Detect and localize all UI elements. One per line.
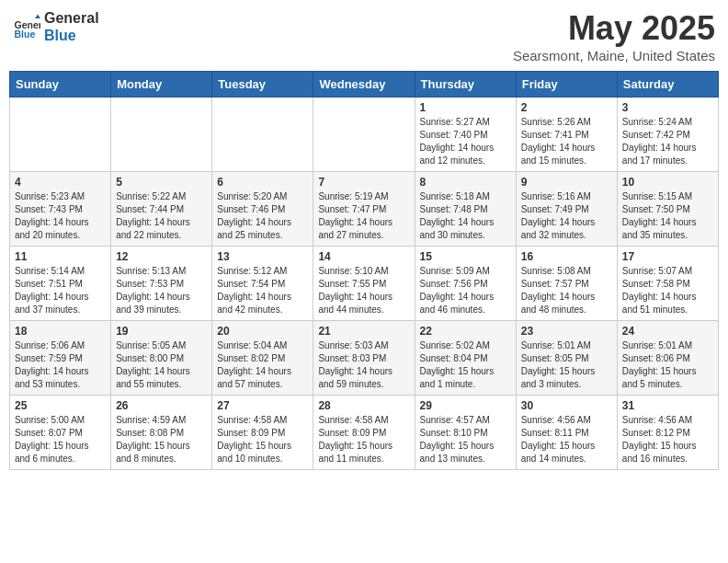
day-info: Sunrise: 5:01 AM Sunset: 8:06 PM Dayligh… xyxy=(622,339,713,391)
weekday-header: Thursday xyxy=(415,72,516,98)
calendar-cell: 10Sunrise: 5:15 AM Sunset: 7:50 PM Dayli… xyxy=(617,172,718,247)
calendar-cell: 9Sunrise: 5:16 AM Sunset: 7:49 PM Daylig… xyxy=(516,172,617,247)
calendar-cell: 26Sunrise: 4:59 AM Sunset: 8:08 PM Dayli… xyxy=(111,396,212,470)
calendar-cell: 23Sunrise: 5:01 AM Sunset: 8:05 PM Dayli… xyxy=(516,321,617,396)
day-number: 7 xyxy=(318,176,409,189)
day-number: 20 xyxy=(217,325,308,338)
day-info: Sunrise: 5:02 AM Sunset: 8:04 PM Dayligh… xyxy=(420,339,511,391)
calendar-cell: 13Sunrise: 5:12 AM Sunset: 7:54 PM Dayli… xyxy=(212,247,313,321)
day-info: Sunrise: 5:19 AM Sunset: 7:47 PM Dayligh… xyxy=(318,190,409,242)
logo-text: General Blue xyxy=(44,9,99,44)
calendar-cell: 16Sunrise: 5:08 AM Sunset: 7:57 PM Dayli… xyxy=(516,247,617,321)
weekday-header: Friday xyxy=(516,72,617,98)
day-number: 4 xyxy=(15,176,106,189)
calendar-cell: 12Sunrise: 5:13 AM Sunset: 7:53 PM Dayli… xyxy=(111,247,212,321)
day-info: Sunrise: 5:10 AM Sunset: 7:55 PM Dayligh… xyxy=(318,265,409,316)
calendar-cell: 28Sunrise: 4:58 AM Sunset: 8:09 PM Dayli… xyxy=(313,396,415,470)
day-info: Sunrise: 5:15 AM Sunset: 7:50 PM Dayligh… xyxy=(622,190,713,242)
day-info: Sunrise: 4:56 AM Sunset: 8:11 PM Dayligh… xyxy=(521,414,612,465)
day-number: 8 xyxy=(420,176,511,189)
calendar-cell: 2Sunrise: 5:26 AM Sunset: 7:41 PM Daylig… xyxy=(516,98,617,172)
svg-text:Blue: Blue xyxy=(15,29,36,40)
day-number: 9 xyxy=(521,176,612,189)
day-info: Sunrise: 5:27 AM Sunset: 7:40 PM Dayligh… xyxy=(420,116,511,167)
day-number: 31 xyxy=(622,399,713,412)
calendar-cell: 31Sunrise: 4:56 AM Sunset: 8:12 PM Dayli… xyxy=(617,396,718,470)
day-info: Sunrise: 5:05 AM Sunset: 8:00 PM Dayligh… xyxy=(116,339,207,391)
calendar-cell xyxy=(212,98,313,172)
calendar-cell: 7Sunrise: 5:19 AM Sunset: 7:47 PM Daylig… xyxy=(313,172,415,247)
day-info: Sunrise: 4:56 AM Sunset: 8:12 PM Dayligh… xyxy=(622,414,713,465)
day-number: 2 xyxy=(521,101,612,114)
day-info: Sunrise: 5:04 AM Sunset: 8:02 PM Dayligh… xyxy=(217,339,308,391)
day-info: Sunrise: 5:14 AM Sunset: 7:51 PM Dayligh… xyxy=(15,265,106,316)
calendar-table: SundayMondayTuesdayWednesdayThursdayFrid… xyxy=(9,71,719,470)
logo: General Blue General Blue xyxy=(13,9,99,44)
logo-blue: Blue xyxy=(44,27,99,44)
weekday-header: Sunday xyxy=(10,72,111,98)
calendar-cell: 29Sunrise: 4:57 AM Sunset: 8:10 PM Dayli… xyxy=(415,396,516,470)
day-info: Sunrise: 4:58 AM Sunset: 8:09 PM Dayligh… xyxy=(217,414,308,465)
calendar-cell: 18Sunrise: 5:06 AM Sunset: 7:59 PM Dayli… xyxy=(10,321,111,396)
calendar-cell: 15Sunrise: 5:09 AM Sunset: 7:56 PM Dayli… xyxy=(415,247,516,321)
day-number: 27 xyxy=(217,399,308,412)
calendar-week-row: 18Sunrise: 5:06 AM Sunset: 7:59 PM Dayli… xyxy=(10,321,719,396)
calendar-week-row: 4Sunrise: 5:23 AM Sunset: 7:43 PM Daylig… xyxy=(10,172,719,247)
calendar-cell: 21Sunrise: 5:03 AM Sunset: 8:03 PM Dayli… xyxy=(313,321,415,396)
day-number: 10 xyxy=(622,176,713,189)
calendar-cell xyxy=(313,98,415,172)
calendar-cell: 22Sunrise: 5:02 AM Sunset: 8:04 PM Dayli… xyxy=(415,321,516,396)
weekday-header: Monday xyxy=(111,72,212,98)
day-info: Sunrise: 5:01 AM Sunset: 8:05 PM Dayligh… xyxy=(521,339,612,391)
day-number: 17 xyxy=(622,250,713,263)
calendar-cell: 20Sunrise: 5:04 AM Sunset: 8:02 PM Dayli… xyxy=(212,321,313,396)
day-number: 12 xyxy=(116,250,207,263)
day-number: 19 xyxy=(116,325,207,338)
day-info: Sunrise: 5:08 AM Sunset: 7:57 PM Dayligh… xyxy=(521,265,612,316)
title-section: May 2025 Searsmont, Maine, United States xyxy=(513,9,715,63)
day-info: Sunrise: 5:06 AM Sunset: 7:59 PM Dayligh… xyxy=(15,339,106,391)
page-header: General Blue General Blue May 2025 Sears… xyxy=(9,9,719,63)
day-info: Sunrise: 5:23 AM Sunset: 7:43 PM Dayligh… xyxy=(15,190,106,242)
day-number: 15 xyxy=(420,250,511,263)
calendar-cell: 19Sunrise: 5:05 AM Sunset: 8:00 PM Dayli… xyxy=(111,321,212,396)
day-info: Sunrise: 5:26 AM Sunset: 7:41 PM Dayligh… xyxy=(521,116,612,167)
calendar-cell: 4Sunrise: 5:23 AM Sunset: 7:43 PM Daylig… xyxy=(10,172,111,247)
calendar-cell: 25Sunrise: 5:00 AM Sunset: 8:07 PM Dayli… xyxy=(10,396,111,470)
day-number: 26 xyxy=(116,399,207,412)
weekday-header: Saturday xyxy=(617,72,718,98)
day-number: 24 xyxy=(622,325,713,338)
day-number: 11 xyxy=(15,250,106,263)
day-info: Sunrise: 5:22 AM Sunset: 7:44 PM Dayligh… xyxy=(116,190,207,242)
calendar-cell: 8Sunrise: 5:18 AM Sunset: 7:48 PM Daylig… xyxy=(415,172,516,247)
calendar-week-row: 25Sunrise: 5:00 AM Sunset: 8:07 PM Dayli… xyxy=(10,396,719,470)
day-info: Sunrise: 4:59 AM Sunset: 8:08 PM Dayligh… xyxy=(116,414,207,465)
logo-icon: General Blue xyxy=(13,13,40,40)
day-number: 30 xyxy=(521,399,612,412)
day-info: Sunrise: 5:03 AM Sunset: 8:03 PM Dayligh… xyxy=(318,339,409,391)
day-number: 25 xyxy=(15,399,106,412)
calendar-week-row: 1Sunrise: 5:27 AM Sunset: 7:40 PM Daylig… xyxy=(10,98,719,172)
day-info: Sunrise: 4:57 AM Sunset: 8:10 PM Dayligh… xyxy=(420,414,511,465)
day-info: Sunrise: 5:09 AM Sunset: 7:56 PM Dayligh… xyxy=(420,265,511,316)
calendar-cell: 27Sunrise: 4:58 AM Sunset: 8:09 PM Dayli… xyxy=(212,396,313,470)
calendar-cell: 5Sunrise: 5:22 AM Sunset: 7:44 PM Daylig… xyxy=(111,172,212,247)
weekday-header: Wednesday xyxy=(313,72,415,98)
day-number: 29 xyxy=(420,399,511,412)
day-number: 18 xyxy=(15,325,106,338)
day-info: Sunrise: 5:16 AM Sunset: 7:49 PM Dayligh… xyxy=(521,190,612,242)
day-info: Sunrise: 5:20 AM Sunset: 7:46 PM Dayligh… xyxy=(217,190,308,242)
calendar-cell: 6Sunrise: 5:20 AM Sunset: 7:46 PM Daylig… xyxy=(212,172,313,247)
day-info: Sunrise: 5:07 AM Sunset: 7:58 PM Dayligh… xyxy=(622,265,713,316)
calendar-header-row: SundayMondayTuesdayWednesdayThursdayFrid… xyxy=(10,72,719,98)
calendar-cell: 17Sunrise: 5:07 AM Sunset: 7:58 PM Dayli… xyxy=(617,247,718,321)
calendar-cell: 1Sunrise: 5:27 AM Sunset: 7:40 PM Daylig… xyxy=(415,98,516,172)
calendar-cell: 14Sunrise: 5:10 AM Sunset: 7:55 PM Dayli… xyxy=(313,247,415,321)
day-info: Sunrise: 5:13 AM Sunset: 7:53 PM Dayligh… xyxy=(116,265,207,316)
day-number: 14 xyxy=(318,250,409,263)
day-number: 28 xyxy=(318,399,409,412)
logo-general: General xyxy=(44,9,99,27)
day-number: 21 xyxy=(318,325,409,338)
day-number: 3 xyxy=(622,101,713,114)
calendar-week-row: 11Sunrise: 5:14 AM Sunset: 7:51 PM Dayli… xyxy=(10,247,719,321)
